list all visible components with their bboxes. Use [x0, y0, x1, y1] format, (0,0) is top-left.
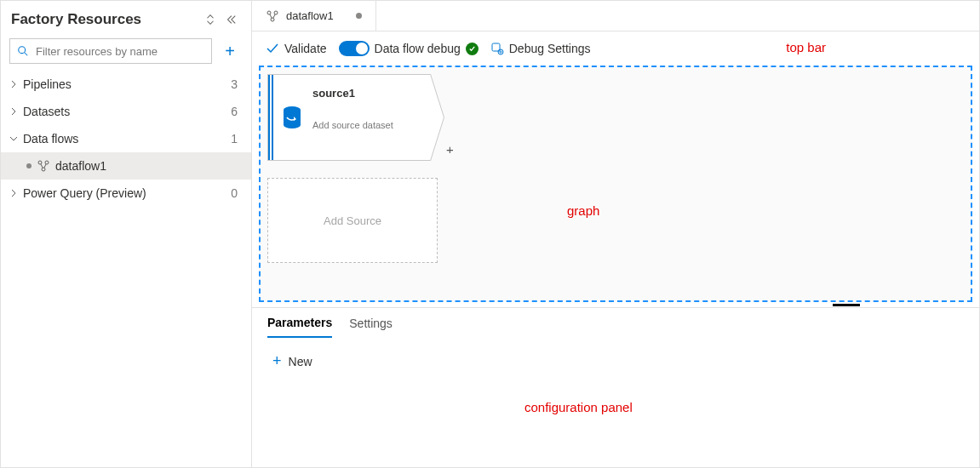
- section-count: 1: [231, 132, 238, 146]
- settings-icon: [490, 42, 504, 55]
- dataflow-debug-toggle[interactable]: Data flow debug: [339, 41, 479, 56]
- section-label: Pipelines: [23, 77, 226, 91]
- sidebar: Factory Resources + Pipelines 3: [1, 1, 252, 467]
- validate-button[interactable]: Validate: [266, 42, 327, 55]
- sidebar-header: Factory Resources: [1, 1, 251, 35]
- svg-point-5: [267, 11, 271, 14]
- main: dataflow1 Validate Data flow debug Debug…: [252, 1, 979, 467]
- filter-box[interactable]: [9, 38, 212, 64]
- config-tab-label: Parameters: [267, 316, 332, 329]
- tree-item-dataflow1[interactable]: dataflow1: [1, 152, 251, 180]
- svg-point-0: [19, 47, 26, 54]
- chevron-right-icon: [9, 189, 18, 197]
- validate-label: Validate: [284, 42, 327, 55]
- toolbar: Validate Data flow debug Debug Settings …: [252, 31, 979, 66]
- section-label: Data flows: [23, 132, 226, 146]
- tree-item-label: dataflow1: [55, 159, 238, 173]
- svg-point-4: [42, 168, 45, 171]
- canvas: source1 Add source dataset + Add Source …: [252, 66, 979, 467]
- debug-label: Data flow debug: [375, 42, 461, 55]
- chevron-right-icon: [9, 80, 18, 88]
- svg-line-1: [25, 53, 28, 56]
- node-arrow-icon: [430, 74, 444, 161]
- editor-tab-dataflow1[interactable]: dataflow1: [252, 1, 376, 31]
- config-tab-settings[interactable]: Settings: [349, 310, 393, 337]
- plus-icon: +: [272, 352, 282, 370]
- tab-label: dataflow1: [286, 9, 334, 22]
- tree-section-dataflows[interactable]: Data flows 1: [1, 125, 251, 152]
- dataflow-icon: [37, 159, 50, 173]
- filter-row: +: [1, 35, 251, 71]
- config-tabs: Parameters Settings: [262, 308, 969, 339]
- add-source-label: Add Source: [324, 214, 381, 227]
- drag-grip-icon[interactable]: [268, 75, 275, 160]
- editor-tabbar: dataflow1: [252, 1, 979, 31]
- new-label: New: [289, 355, 312, 368]
- status-ok-icon: [466, 43, 479, 55]
- add-source-placeholder[interactable]: Add Source: [267, 178, 438, 263]
- add-resource-button[interactable]: +: [217, 38, 243, 64]
- resource-tree: Pipelines 3 Datasets 6 Data flows 1 data…: [1, 71, 251, 207]
- config-tab-parameters[interactable]: Parameters: [267, 309, 332, 338]
- annotation-graph: graph: [567, 203, 599, 218]
- annotation-config-panel: configuration panel: [524, 400, 633, 414]
- source-node-subtitle: Add source dataset: [312, 120, 423, 130]
- dirty-dot-icon: [26, 163, 32, 168]
- search-icon: [17, 45, 29, 57]
- filter-input[interactable]: [34, 44, 204, 59]
- tree-section-powerquery[interactable]: Power Query (Preview) 0: [1, 180, 251, 207]
- config-tab-label: Settings: [349, 317, 393, 330]
- check-icon: [266, 42, 279, 55]
- sort-icon[interactable]: [200, 9, 221, 30]
- svg-point-7: [271, 18, 274, 21]
- section-count: 3: [231, 77, 238, 91]
- debug-settings-button[interactable]: Debug Settings: [490, 42, 591, 55]
- source-node[interactable]: source1 Add source dataset: [267, 74, 431, 161]
- toggle-on-icon: [339, 41, 370, 56]
- source-node-body: source1 Add source dataset: [309, 75, 430, 160]
- debug-settings-label: Debug Settings: [509, 42, 591, 55]
- svg-point-6: [274, 11, 278, 14]
- source-node-title: source1: [312, 87, 423, 100]
- annotation-top-bar: top bar: [786, 40, 826, 54]
- dirty-dot-icon: [356, 13, 362, 19]
- section-count: 6: [231, 105, 238, 118]
- dataflow-icon: [266, 9, 279, 23]
- section-count: 0: [231, 186, 238, 200]
- section-label: Power Query (Preview): [23, 186, 226, 200]
- tree-section-pipelines[interactable]: Pipelines 3: [1, 71, 251, 98]
- svg-point-2: [38, 161, 42, 164]
- configuration-panel: Parameters Settings + New configuration …: [252, 307, 979, 467]
- graph-region[interactable]: source1 Add source dataset + Add Source …: [259, 66, 972, 302]
- svg-point-3: [45, 161, 49, 164]
- new-parameter-button[interactable]: + New: [272, 352, 312, 370]
- chevron-down-icon: [9, 134, 18, 143]
- tree-section-datasets[interactable]: Datasets 6: [1, 98, 251, 125]
- chevron-right-icon: [9, 107, 18, 116]
- database-icon: [275, 75, 309, 160]
- section-label: Datasets: [23, 105, 226, 118]
- sidebar-title: Factory Resources: [11, 11, 200, 28]
- add-step-button[interactable]: +: [446, 142, 454, 157]
- svg-point-12: [284, 122, 301, 128]
- collapse-sidebar-icon[interactable]: [221, 9, 241, 30]
